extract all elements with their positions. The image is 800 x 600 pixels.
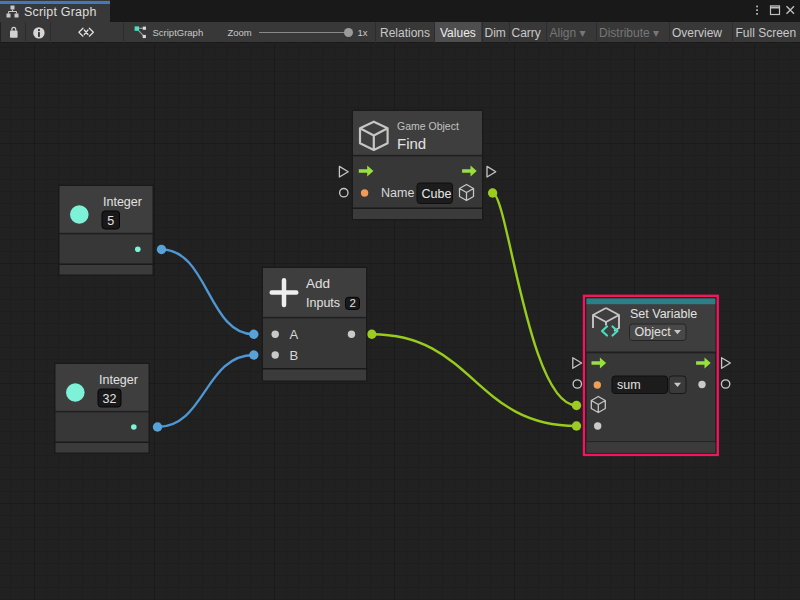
svg-text:Set Variable: Set Variable xyxy=(630,307,697,321)
svg-text:Integer: Integer xyxy=(99,373,138,387)
svg-text:Inputs: Inputs xyxy=(306,296,340,310)
svg-text:Integer: Integer xyxy=(103,195,142,209)
svg-text:A: A xyxy=(290,327,299,342)
svg-text:Object: Object xyxy=(635,325,672,339)
svg-text:Cube: Cube xyxy=(422,187,452,201)
svg-text:2: 2 xyxy=(349,297,355,309)
svg-text:Game Object: Game Object xyxy=(397,120,459,132)
svg-text:sum: sum xyxy=(617,378,641,392)
svg-text:Find: Find xyxy=(397,135,426,152)
svg-text:5: 5 xyxy=(107,214,114,228)
svg-text:B: B xyxy=(290,348,299,363)
svg-text:Add: Add xyxy=(306,276,330,291)
svg-text:32: 32 xyxy=(103,392,117,406)
svg-text:Name: Name xyxy=(381,186,414,200)
